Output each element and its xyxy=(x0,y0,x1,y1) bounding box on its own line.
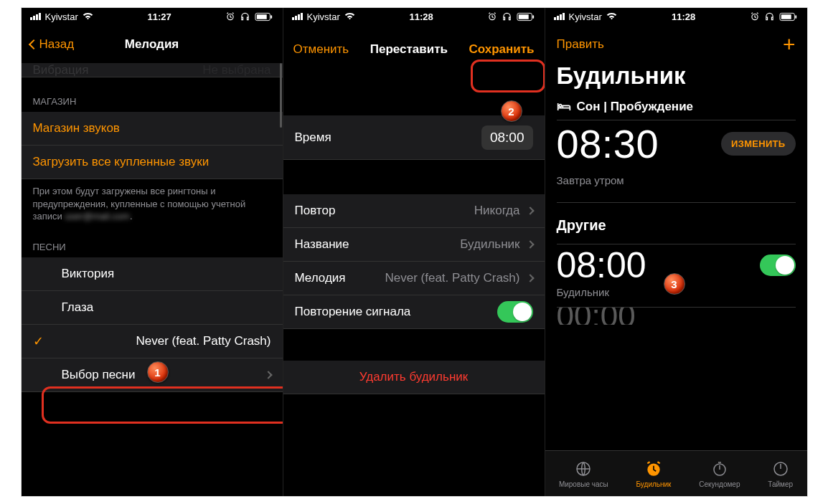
nav-title: Переставить xyxy=(370,42,448,57)
status-time: 11:27 xyxy=(147,11,171,22)
download-all-link[interactable]: Загрузить все купленные звуки xyxy=(22,146,283,179)
tomorrow-label: Завтра утром xyxy=(545,167,807,202)
globe-icon xyxy=(574,460,593,478)
screen-edit-alarm: Kyivstar 11:28 Отменить Переставить Сохр… xyxy=(283,8,545,496)
alarm-row-0[interactable]: 08:00 xyxy=(545,244,807,286)
back-button[interactable]: Назад xyxy=(30,37,75,52)
status-bar: Kyivstar 11:27 xyxy=(22,8,283,25)
edit-button[interactable]: Править xyxy=(557,37,604,52)
name-row[interactable]: НазваниеБудильник xyxy=(283,228,545,262)
save-button[interactable]: Сохранить xyxy=(469,42,534,57)
status-bar: Kyivstar 11:28 xyxy=(283,8,545,25)
tab-world-clock[interactable]: Мировые часы xyxy=(559,460,608,488)
change-button[interactable]: ИЗМЕНИТЬ xyxy=(721,132,795,156)
svg-rect-11 xyxy=(796,15,797,19)
checkmark-icon: ✓ xyxy=(33,333,62,349)
tab-bar: Мировые часы Будильник Секундомер Таймер xyxy=(545,450,807,496)
content: Время 08:00 ПовторНикогда НазваниеБудиль… xyxy=(283,74,545,496)
page-title: Будильник xyxy=(545,60,807,100)
song-picker[interactable]: Выбор песни xyxy=(22,358,283,392)
svg-rect-10 xyxy=(781,14,791,19)
alarm-clock-icon xyxy=(644,460,663,478)
store-footer: При этом будут загружены все рингтоны и … xyxy=(22,179,283,223)
alarm-label-0: Будильник xyxy=(545,286,807,307)
stopwatch-icon xyxy=(710,460,729,478)
repeat-row[interactable]: ПовторНикогда xyxy=(283,194,545,228)
carrier: Kyivstar xyxy=(45,11,78,22)
time-label: Время xyxy=(295,130,331,145)
status-bar: Kyivstar 11:28 xyxy=(545,8,807,25)
snooze-row[interactable]: Повторение сигнала xyxy=(283,295,545,329)
chevron-right-icon xyxy=(526,240,534,248)
time-row[interactable]: Время 08:00 xyxy=(283,115,545,160)
snooze-toggle[interactable] xyxy=(497,301,533,323)
screen-melody: Kyivstar 11:27 Назад Мелодия ВибрацияНе … xyxy=(22,8,283,496)
tab-stopwatch[interactable]: Секундомер xyxy=(699,460,740,488)
chevron-right-icon xyxy=(526,206,534,214)
alarm-row-partial[interactable]: 00:00 xyxy=(545,308,807,325)
chevron-right-icon xyxy=(264,371,272,379)
back-label: Назад xyxy=(39,37,75,52)
screen-alarm-list: Kyivstar 11:28 Править + Будильник Сон |… xyxy=(545,8,807,496)
sleep-wake-header: Сон | Пробуждение xyxy=(545,100,807,117)
cancel-button[interactable]: Отменить xyxy=(293,42,349,57)
wake-time: 08:30 xyxy=(557,120,659,167)
svg-rect-2 xyxy=(257,14,267,19)
other-header: Другие xyxy=(545,217,807,238)
songs-header: ПЕСНИ xyxy=(22,223,283,257)
content: ВибрацияНе выбрана МАГАЗИН Магазин звуко… xyxy=(22,63,283,496)
song-item-selected[interactable]: ✓Never (feat. Patty Crash) xyxy=(22,325,283,358)
wifi-icon xyxy=(83,12,93,21)
navbar: Отменить Переставить Сохранить xyxy=(283,25,545,74)
chevron-right-icon xyxy=(526,274,534,282)
alarm-icon xyxy=(225,11,235,22)
chevron-left-icon xyxy=(28,39,38,49)
svg-rect-6 xyxy=(519,14,529,19)
sound-store-link[interactable]: Магазин звуков xyxy=(22,112,283,146)
bed-icon xyxy=(557,102,571,112)
song-item-1[interactable]: Глаза xyxy=(22,291,283,325)
alarm-toggle[interactable] xyxy=(760,255,796,276)
time-value[interactable]: 08:00 xyxy=(481,125,533,150)
sound-row[interactable]: МелодияNever (feat. Patty Crash) xyxy=(283,262,545,295)
navbar: Назад Мелодия xyxy=(22,25,283,63)
svg-rect-3 xyxy=(271,15,273,19)
sleep-time-row: 08:30 ИЗМЕНИТЬ xyxy=(545,120,807,167)
delete-alarm-button[interactable]: Удалить будильник xyxy=(283,361,545,394)
timer-icon xyxy=(771,460,790,478)
add-alarm-button[interactable]: + xyxy=(783,32,796,57)
tab-alarm[interactable]: Будильник xyxy=(636,460,672,488)
headphones-icon xyxy=(240,11,250,22)
scrollbar[interactable] xyxy=(280,63,282,128)
battery-icon xyxy=(255,12,273,22)
svg-rect-7 xyxy=(533,15,535,19)
song-item-0[interactable]: Виктория xyxy=(22,257,283,291)
tab-timer[interactable]: Таймер xyxy=(768,460,793,488)
vibration-row[interactable]: ВибрацияНе выбрана xyxy=(22,63,283,77)
nav-title: Мелодия xyxy=(125,37,179,52)
store-header: МАГАЗИН xyxy=(22,77,283,112)
